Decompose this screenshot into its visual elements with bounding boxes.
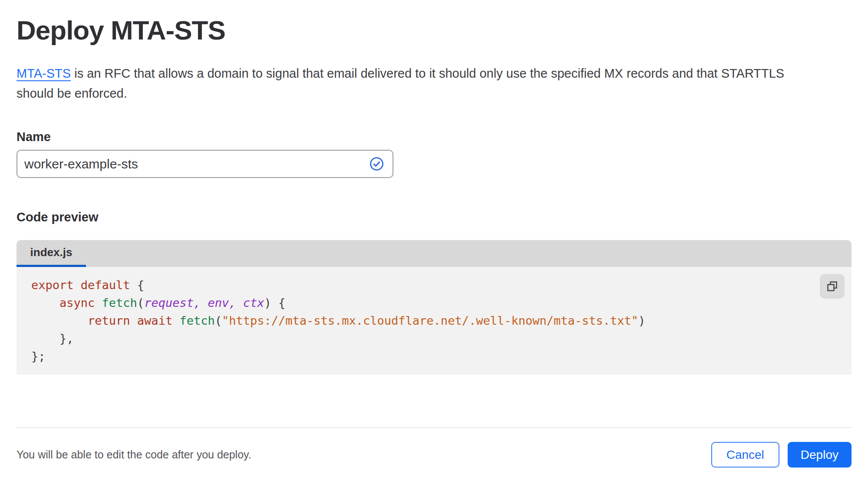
deploy-button[interactable]: Deploy <box>788 442 851 468</box>
name-input-wrap <box>17 150 393 178</box>
check-circle-icon <box>370 157 384 171</box>
code-line: return await fetch("https://mta-sts.mx.c… <box>31 312 851 329</box>
description: MTA-STS is an RFC that allows a domain t… <box>17 63 851 103</box>
code-line: }; <box>31 347 851 365</box>
name-label: Name <box>17 129 851 144</box>
deploy-note: You will be able to edit the code after … <box>17 448 251 461</box>
cancel-button[interactable]: Cancel <box>711 442 779 468</box>
tab-index-js[interactable]: index.js <box>17 240 86 267</box>
code-editor[interactable]: export default { async fetch(request, en… <box>17 267 851 375</box>
code-line: export default { <box>31 276 851 294</box>
description-line2: should be enforced. <box>17 86 127 100</box>
description-line1: is an RFC that allows a domain to signal… <box>71 66 784 80</box>
code-preview-block: index.js export default { async fetch(re… <box>17 240 851 375</box>
code-content: export default { async fetch(request, en… <box>17 267 851 365</box>
mta-sts-link[interactable]: MTA-STS <box>17 66 71 80</box>
code-preview-label: Code preview <box>17 210 851 224</box>
footer-buttons: Cancel Deploy <box>711 442 851 468</box>
page-title: Deploy MTA-STS <box>17 16 851 45</box>
footer-bar: You will be able to edit the code after … <box>17 428 851 468</box>
code-line: async fetch(request, env, ctx) { <box>31 294 851 312</box>
code-tab-bar: index.js <box>17 240 851 267</box>
deploy-mta-sts-page: Deploy MTA-STS MTA-STS is an RFC that al… <box>0 16 868 468</box>
worker-name-input[interactable] <box>17 150 393 178</box>
copy-code-button[interactable] <box>820 274 845 299</box>
copy-icon <box>826 280 838 293</box>
code-line: }, <box>31 329 851 347</box>
